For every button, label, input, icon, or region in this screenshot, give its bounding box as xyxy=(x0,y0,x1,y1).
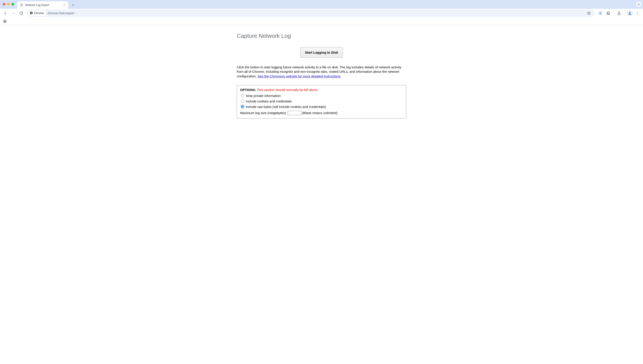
page-title: Capture Network Log xyxy=(237,32,406,39)
bookmarks-bar xyxy=(0,18,643,25)
reload-button[interactable] xyxy=(18,10,25,17)
window-minimize-button[interactable] xyxy=(7,3,10,6)
svg-point-2 xyxy=(31,12,32,14)
radio-label: Include cookies and credentials xyxy=(246,99,292,103)
radio-option-2[interactable]: Include raw bytes (will include cookies … xyxy=(241,105,403,108)
toolbar-divider xyxy=(624,11,624,15)
svg-point-4 xyxy=(600,12,601,14)
window-maximize-button[interactable] xyxy=(12,3,14,6)
profile-button[interactable] xyxy=(626,10,633,17)
radio-button[interactable] xyxy=(241,100,244,103)
url-text: chrome://net-export xyxy=(47,12,74,15)
svg-rect-9 xyxy=(4,20,5,21)
forward-button[interactable] xyxy=(10,10,17,17)
site-chip[interactable]: Chrome xyxy=(28,10,46,16)
address-bar[interactable]: Chrome chrome://net-export xyxy=(27,10,595,17)
tabs-dropdown-button[interactable] xyxy=(636,1,642,7)
svg-point-8 xyxy=(637,14,638,15)
radio-button[interactable] xyxy=(241,105,244,108)
chromium-instructions-link[interactable]: See the Chromium website for more detail… xyxy=(258,74,340,78)
tab-strip: Network Log Export + xyxy=(0,0,643,9)
svg-point-6 xyxy=(637,12,638,12)
window-controls xyxy=(3,3,14,6)
radio-option-0[interactable]: Strip private information xyxy=(241,94,403,98)
apps-grid-button[interactable] xyxy=(2,18,8,24)
extensions-button[interactable] xyxy=(605,10,612,17)
max-size-input[interactable] xyxy=(288,111,301,115)
description-text-post: . xyxy=(340,74,341,78)
max-size-hint: (Blank means unlimited) xyxy=(302,111,338,115)
back-button[interactable] xyxy=(2,10,9,17)
svg-rect-10 xyxy=(5,20,6,21)
options-warning: This section should normally be left alo… xyxy=(257,88,318,92)
labs-button[interactable] xyxy=(615,10,622,17)
options-label: OPTIONS: xyxy=(240,88,256,92)
menu-button[interactable] xyxy=(634,10,641,17)
max-size-label: Maximum log size (megabytes): xyxy=(240,111,287,115)
radio-label: Strip private information xyxy=(246,94,281,98)
svg-point-7 xyxy=(637,13,638,14)
chrome-logo-icon xyxy=(30,11,33,16)
start-logging-button[interactable]: Start Logging to Disk xyxy=(300,47,343,58)
browser-tab[interactable]: Network Log Export xyxy=(17,1,68,9)
svg-rect-12 xyxy=(5,22,6,22)
account-sync-icon[interactable] xyxy=(597,10,604,17)
window-close-button[interactable] xyxy=(3,3,5,6)
new-tab-button[interactable]: + xyxy=(70,2,76,8)
radio-option-1[interactable]: Include cookies and credentials xyxy=(241,99,403,103)
tab-close-button[interactable] xyxy=(63,3,66,7)
description-paragraph: Click the button to start logging future… xyxy=(237,65,406,78)
svg-point-5 xyxy=(629,12,630,14)
toolbar-divider xyxy=(613,11,614,15)
radio-label: Include raw bytes (will include cookies … xyxy=(246,105,326,108)
max-size-row: Maximum log size (megabytes): (Blank mea… xyxy=(240,111,403,115)
options-box: OPTIONS: This section should normally be… xyxy=(237,85,406,118)
site-chip-label: Chrome xyxy=(34,12,44,15)
browser-toolbar: Chrome chrome://net-export xyxy=(0,9,643,18)
radio-button[interactable] xyxy=(241,94,244,97)
globe-icon xyxy=(20,3,23,7)
page-content: Capture Network Log Start Logging to Dis… xyxy=(0,25,643,123)
bookmark-star-button[interactable] xyxy=(585,10,592,17)
tab-title: Network Log Export xyxy=(25,4,61,6)
svg-rect-11 xyxy=(4,22,5,22)
options-header: OPTIONS: This section should normally be… xyxy=(240,88,403,92)
browser-chrome: Network Log Export + Chrome chr xyxy=(0,0,643,25)
